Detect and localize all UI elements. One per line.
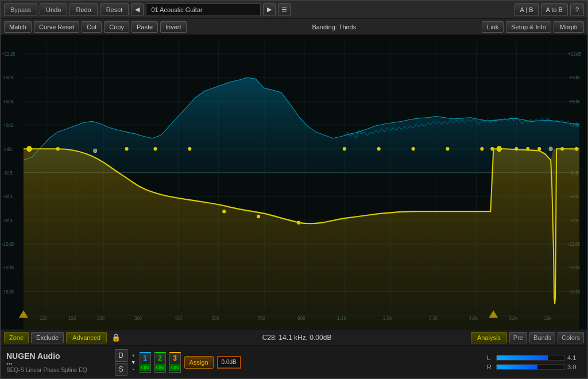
meter-l-label: L [487, 354, 494, 361]
invert-button[interactable]: Invert [160, 21, 187, 33]
svg-point-83 [560, 147, 564, 151]
band-1-on[interactable]: ON [140, 364, 150, 371]
bypass-button[interactable]: Bypass [4, 3, 37, 16]
redo-button[interactable]: Redo [69, 3, 97, 16]
svg-point-67 [153, 147, 157, 151]
analysis-button[interactable]: Analysis [471, 332, 507, 343]
band-2[interactable]: 2 ON [154, 352, 166, 373]
svg-point-82 [549, 147, 552, 151]
meter-l-fill [497, 355, 548, 360]
svg-point-64 [56, 147, 60, 151]
svg-point-68 [188, 147, 191, 151]
toolbar-top: Bypass Undo Redo Reset ◀ 01 Acoustic Gui… [1, 1, 587, 19]
preset-display: 01 Acoustic Guitar [146, 3, 261, 16]
svg-text:-12dB: -12dB [2, 241, 14, 247]
svg-text:-9dB: -9dB [3, 217, 13, 223]
eq-info-display: C28: 14.1 kHz, 0.00dB [241, 334, 354, 342]
atob-button[interactable]: A to B [541, 3, 568, 16]
svg-point-73 [377, 147, 381, 151]
svg-point-76 [480, 147, 483, 151]
svg-point-63 [27, 146, 32, 152]
svg-text:-3dB: -3dB [3, 170, 13, 176]
morph-button[interactable]: Morph [554, 21, 584, 33]
meter-r-value: 3.0 [567, 363, 582, 370]
plugin-container: Bypass Undo Redo Reset ◀ 01 Acoustic Gui… [0, 0, 588, 379]
svg-text:+6dB: +6dB [3, 98, 14, 104]
band-3-num: 3 [173, 354, 177, 362]
meter-l-bar [496, 355, 565, 361]
svg-point-81 [537, 147, 541, 151]
match-button[interactable]: Match [4, 21, 32, 33]
exclude-button[interactable]: Exclude [31, 332, 64, 343]
toolbar-second: Match Curve Reset Cut Copy Paste Invert … [1, 19, 587, 35]
meter-l-row: L 4.1 [487, 354, 582, 361]
eq-canvas: +12dB +9dB +6dB +3dB 0dB -3dB -6dB -9dB … [1, 35, 587, 329]
help-button[interactable]: ? [570, 3, 584, 16]
svg-text:+9dB: +9dB [569, 75, 580, 80]
copy-button[interactable]: Copy [104, 21, 129, 33]
setup-button[interactable]: Setup & Info [506, 21, 551, 33]
d-button[interactable]: D [115, 349, 127, 362]
svg-point-78 [497, 146, 501, 152]
meters: L 4.1 R 3.0 [487, 354, 582, 370]
svg-point-71 [297, 221, 300, 225]
cut-button[interactable]: Cut [82, 21, 102, 33]
ab-button[interactable]: A | B [514, 3, 538, 16]
svg-text:-18dB: -18dB [2, 289, 14, 295]
svg-point-75 [446, 147, 449, 151]
bottom-bar: Zone Exclude Advanced 🔒 C28: 14.1 kHz, 0… [1, 329, 587, 345]
svg-point-79 [514, 147, 518, 151]
banding-display: Banding: Thirds [189, 24, 480, 30]
band-2-num: 2 [158, 354, 162, 362]
svg-text:0dB: 0dB [4, 146, 13, 152]
footer: NUGEN Audio ••• SEQ-S Linear Phase Splin… [1, 345, 587, 378]
svg-point-80 [526, 147, 529, 151]
svg-point-84 [575, 147, 578, 151]
next-preset-button[interactable]: ▶ [263, 3, 276, 16]
undo-button[interactable]: Undo [40, 3, 67, 16]
banding-label: Banding: Thirds [312, 24, 356, 30]
link-button[interactable]: Link [482, 21, 504, 33]
band-2-on[interactable]: ON [155, 364, 165, 371]
brand: NUGEN Audio ••• SEQ-S Linear Phase Splin… [6, 351, 87, 373]
bands-button[interactable]: Bands [529, 332, 555, 343]
colors-button[interactable]: Colors [558, 332, 584, 343]
meter-r-row: R 3.0 [487, 363, 582, 370]
svg-point-70 [257, 215, 260, 219]
meter-l-value: 4.1 [567, 354, 582, 361]
band-controls: D S + ▼ - 1 ON 2 ON 3 ON A [115, 349, 241, 376]
svg-text:+3dB: +3dB [3, 122, 14, 128]
svg-text:+9dB: +9dB [3, 75, 14, 80]
band-1-num: 1 [143, 354, 147, 362]
svg-point-65 [94, 149, 97, 153]
meter-r-bar [496, 364, 565, 370]
svg-text:+12dB: +12dB [2, 51, 16, 57]
zone-button[interactable]: Zone [4, 332, 29, 343]
band-3[interactable]: 3 ON [169, 352, 181, 373]
svg-point-77 [490, 147, 494, 151]
svg-text:+12dB: +12dB [568, 51, 582, 57]
paste-button[interactable]: Paste [131, 21, 158, 33]
svg-point-66 [125, 147, 129, 151]
preset-menu-button[interactable]: ☰ [278, 3, 291, 16]
brand-subtitle: SEQ-S Linear Phase Spline EQ [6, 367, 87, 373]
brand-name: NUGEN Audio [6, 351, 87, 361]
prev-preset-button[interactable]: ◀ [131, 3, 144, 16]
svg-text:+6dB: +6dB [569, 98, 580, 104]
s-button[interactable]: S [115, 363, 127, 376]
svg-point-69 [222, 210, 226, 214]
svg-point-72 [343, 147, 346, 151]
curve-reset-button[interactable]: Curve Reset [34, 21, 79, 33]
meter-r-label: R [487, 363, 494, 370]
band-3-on[interactable]: ON [170, 364, 180, 371]
band-1[interactable]: 1 ON [140, 352, 151, 373]
brand-dots: ••• [6, 361, 87, 367]
reset-button[interactable]: Reset [100, 3, 129, 16]
eq-display[interactable]: +12dB +9dB +6dB +3dB 0dB -3dB -6dB -9dB … [1, 35, 587, 329]
assign-button[interactable]: Assign [184, 356, 214, 369]
advanced-button[interactable]: Advanced [66, 332, 107, 343]
pre-button[interactable]: Pre [509, 332, 527, 343]
svg-text:-15dB: -15dB [2, 265, 14, 270]
svg-text:-6dB: -6dB [3, 194, 13, 199]
lock-icon: 🔒 [111, 333, 121, 342]
